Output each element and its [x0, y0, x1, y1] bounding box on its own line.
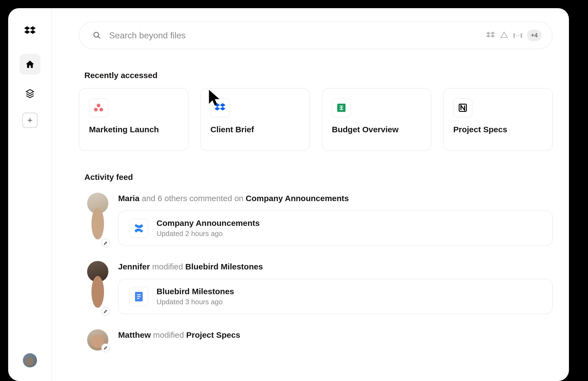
activity-avatar[interactable] [87, 329, 108, 351]
user-avatar[interactable] [23, 353, 37, 367]
dropbox-connector-icon[interactable] [486, 31, 495, 40]
gdoc-icon [129, 287, 148, 306]
search-icon [93, 31, 101, 39]
asana-icon [89, 98, 108, 117]
edit-badge-icon [101, 239, 110, 247]
sidebar-item-home[interactable] [20, 54, 40, 75]
activity-card[interactable]: Bluebird Milestones Updated 3 hours ago [118, 279, 553, 314]
stacks-icon [25, 89, 35, 99]
confluence-icon [129, 219, 148, 238]
dropbox-file-icon [210, 98, 229, 117]
home-icon [25, 59, 35, 69]
activity-item: Jennifer modified Bluebird Milestones Bl… [87, 261, 553, 314]
edit-badge-icon [101, 343, 110, 352]
activity-item: Maria and 6 others commented on Company … [87, 193, 553, 246]
activity-card[interactable]: Company Announcements Updated 2 hours ag… [118, 211, 553, 246]
activity-card-subtitle: Updated 3 hours ago [157, 298, 234, 306]
recent-card[interactable]: Marketing Launch [79, 88, 188, 151]
sidebar-item-stacks[interactable] [20, 83, 40, 104]
activity-card-subtitle: Updated 2 hours ago [157, 229, 260, 238]
search-input[interactable] [109, 30, 478, 41]
svg-point-2 [94, 108, 97, 111]
edit-badge-icon [101, 307, 110, 316]
main-content: +4 Recently accessed Marketing Launch Cl… [52, 8, 569, 381]
recent-card-title: Marketing Launch [89, 125, 178, 134]
recent-card[interactable]: Budget Overview [322, 88, 431, 151]
activity-headline: Jennifer modified Bluebird Milestones [118, 261, 553, 272]
connectors: +4 [486, 30, 541, 41]
recent-card[interactable]: Project Specs [443, 88, 553, 151]
drive-connector-icon[interactable] [500, 31, 509, 40]
activity-headline: Matthew modified Project Specs [118, 329, 553, 341]
plus-icon [27, 117, 33, 124]
activity-card-title: Bluebird Milestones [157, 287, 234, 296]
app-window: +4 Recently accessed Marketing Launch Cl… [8, 8, 569, 381]
svg-point-0 [94, 32, 99, 37]
dropbox-logo-icon [23, 24, 36, 38]
recent-card-title: Project Specs [453, 125, 543, 134]
activity-item: Matthew modified Project Specs [87, 329, 553, 351]
activity-card-title: Company Announcements [157, 219, 260, 228]
sidebar [8, 8, 52, 381]
svg-point-1 [97, 104, 100, 107]
gmail-connector-icon[interactable] [513, 32, 522, 39]
search-bar[interactable]: +4 [79, 22, 553, 49]
activity-list: Maria and 6 others commented on Company … [79, 193, 553, 351]
activity-section-title: Activity feed [84, 173, 553, 182]
recent-card-title: Budget Overview [332, 125, 421, 134]
recent-section-title: Recently accessed [84, 71, 553, 80]
svg-point-3 [99, 108, 103, 111]
sidebar-add-button[interactable] [22, 113, 38, 128]
notion-icon [453, 98, 472, 117]
more-connectors-badge[interactable]: +4 [527, 30, 541, 41]
recent-grid: Marketing Launch Client Brief Budget Ove… [79, 88, 553, 151]
activity-headline: Maria and 6 others commented on Company … [118, 193, 553, 204]
activity-avatar[interactable] [87, 193, 108, 246]
recent-card-title: Client Brief [210, 125, 300, 134]
sheets-icon [332, 98, 351, 117]
activity-avatar[interactable] [87, 261, 108, 314]
recent-card[interactable]: Client Brief [200, 88, 310, 151]
